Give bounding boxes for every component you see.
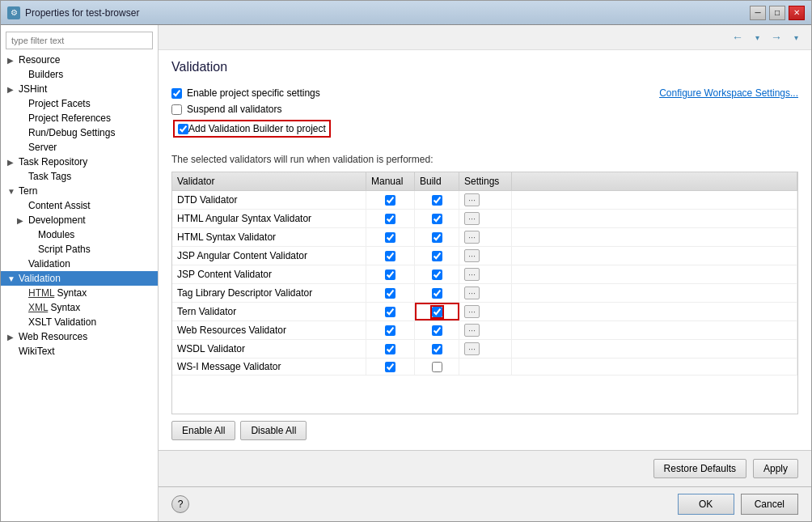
filter-input[interactable] (6, 32, 153, 49)
settings-button[interactable]: ··· (464, 324, 480, 337)
manual-cell (366, 359, 415, 375)
dialog-footer: ? OK Cancel (159, 486, 811, 521)
restore-defaults-button[interactable]: Restore Defaults (653, 459, 746, 478)
manual-checkbox[interactable] (385, 269, 395, 280)
build-cell (415, 321, 459, 339)
sidebar-item-tern[interactable]: Tern (1, 184, 158, 198)
manual-checkbox[interactable] (385, 251, 395, 261)
settings-button[interactable]: ··· (464, 212, 480, 225)
disable-all-button[interactable]: Disable All (240, 421, 307, 440)
sidebar-item-html-syntax[interactable]: HTML Syntax (1, 286, 158, 300)
enable-all-button[interactable]: Enable All (171, 421, 235, 440)
sidebar-label: XSLT Validation (28, 316, 96, 328)
forward-dropdown-button[interactable]: ▾ (787, 28, 805, 46)
sidebar-label: Modules (38, 229, 74, 240)
build-checkbox-highlighted[interactable] (432, 307, 442, 317)
table-row: WSDL Validator ··· (172, 340, 797, 359)
sidebar-item-script-paths[interactable]: Script Paths (1, 242, 158, 257)
forward-button[interactable]: → (768, 28, 785, 46)
validator-name: Tag Library Descriptor Validator (172, 284, 366, 302)
close-button[interactable]: ✕ (789, 6, 805, 20)
sidebar-item-server[interactable]: Server (1, 140, 158, 155)
extra-cell (512, 228, 797, 246)
manual-checkbox[interactable] (385, 195, 395, 206)
sidebar-label: Web Resources (19, 331, 87, 342)
workspace-settings-link[interactable]: Configure Workspace Settings... (659, 87, 798, 99)
minimize-button[interactable]: ─ (750, 6, 766, 20)
sidebar-item-development[interactable]: Development (1, 213, 158, 227)
build-checkbox[interactable] (432, 195, 442, 206)
arrow-icon (7, 56, 17, 65)
manual-checkbox[interactable] (385, 288, 395, 299)
build-checkbox[interactable] (432, 214, 442, 224)
settings-button[interactable]: ··· (464, 342, 480, 355)
settings-button[interactable]: ··· (464, 286, 480, 299)
sidebar-label: XML Syntax (28, 302, 80, 313)
manual-checkbox[interactable] (385, 214, 395, 224)
manual-cell (366, 340, 415, 358)
build-checkbox[interactable] (432, 344, 442, 354)
settings-cell (459, 359, 512, 375)
settings-cell: ··· (459, 265, 512, 283)
back-dropdown-button[interactable]: ▾ (748, 28, 766, 46)
settings-cell: ··· (459, 228, 512, 246)
build-checkbox[interactable] (432, 232, 442, 243)
sidebar-item-wikitext[interactable]: WikiText (1, 344, 158, 359)
extra-cell (512, 359, 797, 375)
settings-button[interactable]: ··· (464, 305, 480, 318)
sidebar-item-tern-validation[interactable]: Validation (1, 257, 158, 271)
suspend-validators-checkbox[interactable] (171, 104, 182, 115)
sidebar-label: Project References (28, 112, 111, 124)
manual-checkbox[interactable] (385, 344, 395, 354)
sidebar-item-project-facets[interactable]: Project Facets (1, 96, 158, 111)
manual-checkbox[interactable] (385, 307, 395, 317)
manual-checkbox[interactable] (385, 232, 395, 243)
sidebar-item-validation[interactable]: Validation (1, 271, 158, 286)
footer-right: OK Cancel (678, 494, 798, 515)
manual-checkbox[interactable] (385, 325, 395, 336)
settings-cell: ··· (459, 303, 512, 320)
sidebar-item-xml-syntax[interactable]: XML Syntax (1, 300, 158, 315)
enable-specific-checkbox[interactable] (171, 88, 182, 99)
back-button[interactable]: ← (729, 28, 746, 46)
manual-checkbox[interactable] (385, 362, 395, 372)
build-checkbox[interactable] (432, 288, 442, 299)
apply-button[interactable]: Apply (753, 459, 798, 478)
build-checkbox[interactable] (432, 325, 442, 336)
table-header: Validator Manual Build Settings (172, 172, 797, 191)
sidebar-item-xslt-validation[interactable]: XSLT Validation (1, 315, 158, 329)
sidebar-item-modules[interactable]: Modules (1, 227, 158, 242)
settings-button[interactable]: ··· (464, 231, 480, 244)
maximize-button[interactable]: □ (769, 6, 785, 20)
settings-button[interactable]: ··· (464, 268, 480, 281)
build-cell (415, 359, 459, 375)
settings-button[interactable]: ··· (464, 193, 480, 206)
cancel-button[interactable]: Cancel (741, 494, 798, 515)
sidebar-item-task-tags[interactable]: Task Tags (1, 169, 158, 184)
right-panel: Validation Enable project specific setti… (159, 50, 811, 450)
manual-cell (366, 191, 415, 209)
panel-title: Validation (171, 60, 227, 74)
sidebar-item-jshint[interactable]: JSHint (1, 82, 158, 96)
ok-button[interactable]: OK (678, 494, 734, 515)
sidebar-item-web-resources[interactable]: Web Resources (1, 329, 158, 344)
help-button[interactable]: ? (171, 495, 189, 513)
extra-cell (512, 340, 797, 358)
sidebar-item-project-references[interactable]: Project References (1, 111, 158, 125)
extra-cell (512, 247, 797, 265)
sidebar-item-builders[interactable]: Builders (1, 67, 158, 82)
sidebar-item-run-debug[interactable]: Run/Debug Settings (1, 125, 158, 140)
build-checkbox[interactable] (432, 251, 442, 261)
sidebar-item-content-assist[interactable]: Content Assist (1, 198, 158, 213)
add-builder-checkbox[interactable] (178, 124, 188, 134)
build-checkbox[interactable] (432, 362, 442, 372)
description-text: The selected validators will run when va… (171, 154, 798, 165)
settings-button[interactable]: ··· (464, 249, 480, 262)
build-checkbox[interactable] (432, 269, 442, 280)
sidebar-item-task-repository[interactable]: Task Repository (1, 155, 158, 169)
arrow-icon (7, 85, 17, 94)
window-title: Properties for test-browser (25, 7, 750, 19)
sidebar-item-resource[interactable]: Resource (1, 53, 158, 67)
build-cell (415, 228, 459, 246)
extra-cell (512, 210, 797, 227)
